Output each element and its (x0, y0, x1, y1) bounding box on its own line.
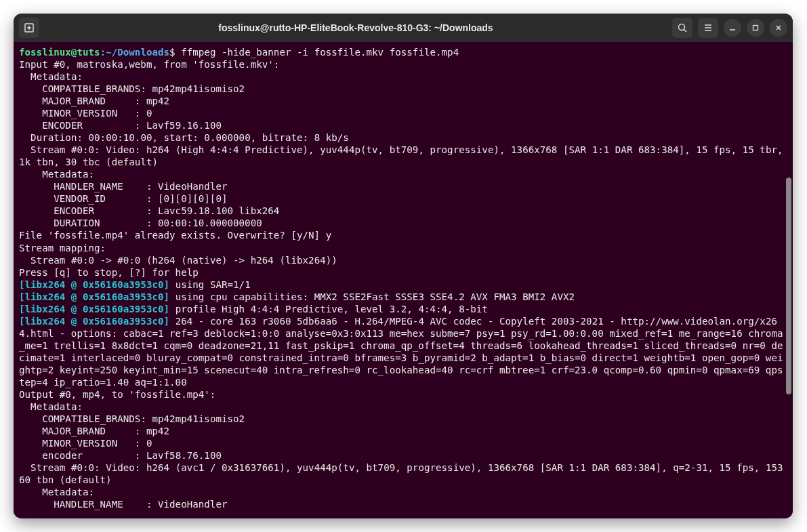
close-button[interactable] (770, 19, 787, 37)
search-icon (677, 22, 688, 33)
output-line: MAJOR_BRAND : mp42 (19, 96, 169, 106)
window-title: fosslinux@rutto-HP-EliteBook-Revolve-810… (39, 22, 672, 33)
command-text: ffmpeg -hide_banner -i fossfile.mkv foss… (181, 47, 459, 58)
titlebar: fosslinux@rutto-HP-EliteBook-Revolve-810… (14, 14, 793, 42)
output-line: Metadata: (19, 487, 94, 497)
output-line: Input #0, matroska,webm, from 'fossfile.… (19, 59, 279, 70)
output-line: COMPATIBLE_BRANDS: mp42mp41isomiso2 (19, 83, 245, 94)
svg-rect-9 (753, 26, 758, 30)
output-line: Metadata: (19, 401, 83, 412)
prompt-path: ~/Downloads (106, 47, 169, 58)
output-line: Duration: 00:00:10.00, start: 0.000000, … (19, 132, 349, 143)
scrollbar-thumb[interactable] (786, 178, 791, 394)
output-line: COMPATIBLE_BRANDS: mp42mp41isomiso2 (19, 413, 245, 424)
output-line: Output #0, mp4, to 'fossfile.mp4': (19, 389, 215, 400)
maximize-icon (751, 24, 760, 32)
output-line: File 'fossfile.mp4' already exists. Over… (19, 230, 331, 241)
svg-line-4 (684, 30, 687, 33)
output-line: encoder : Lavf58.76.100 (19, 450, 222, 461)
output-line: Metadata: (19, 71, 83, 82)
minimize-button[interactable] (724, 19, 741, 37)
output-line: DURATION : 00:00:10.000000000 (19, 218, 262, 228)
output-line: Stream #0:0: Video: h264 (avc1 / 0x31637… (19, 462, 783, 485)
libx264-tag: [libx264 @ 0x56160a3953c0] (19, 291, 169, 302)
output-line: HANDLER_NAME : VideoHandler (19, 499, 228, 510)
output-line: MINOR_VERSION : 0 (19, 108, 152, 119)
output-line: Press [q] to stop, [?] for help (19, 267, 199, 278)
output-line: profile High 4:4:4 Predictive, level 3.2… (169, 304, 488, 314)
terminal-window: fosslinux@rutto-HP-EliteBook-Revolve-810… (14, 14, 793, 518)
output-line: MAJOR_BRAND : mp42 (19, 426, 169, 436)
output-line: MINOR_VERSION : 0 (19, 438, 152, 449)
menu-button[interactable] (698, 18, 718, 38)
output-line: Stream mapping: (19, 243, 106, 253)
libx264-tag: [libx264 @ 0x56160a3953c0] (19, 279, 169, 290)
output-line: using cpu capabilities: MMX2 SSE2Fast SS… (169, 291, 575, 302)
output-line: VENDOR_ID : [0][0][0][0] (19, 193, 228, 204)
output-line: ENCODER : Lavf59.16.100 (19, 120, 222, 131)
output-line: HANDLER_NAME : VideoHandler (19, 181, 228, 192)
new-tab-button[interactable] (19, 18, 39, 38)
output-line: Metadata: (19, 169, 94, 180)
close-icon (774, 24, 783, 32)
output-line: ENCODER : Lavc59.18.100 libx264 (19, 205, 279, 216)
prompt-userhost: fosslinux@tuts (19, 47, 100, 58)
output-line: using SAR=1/1 (169, 279, 251, 290)
output-line: Stream #0:0 -> #0:0 (h264 (native) -> h2… (19, 255, 337, 266)
terminal-output[interactable]: fosslinux@tuts:~/Downloads$ ffmpeg -hide… (14, 42, 793, 518)
new-tab-icon (24, 22, 35, 33)
maximize-button[interactable] (747, 19, 764, 37)
prompt-dollar: $ (169, 47, 175, 58)
minimize-icon (728, 24, 737, 32)
libx264-tag: [libx264 @ 0x56160a3953c0] (19, 316, 169, 327)
search-button[interactable] (672, 18, 692, 38)
svg-point-3 (679, 24, 685, 30)
libx264-tag: [libx264 @ 0x56160a3953c0] (19, 304, 169, 314)
prompt-colon: : (100, 47, 106, 58)
hamburger-icon (703, 22, 713, 33)
output-line: Stream #0:0: Video: h264 (High 4:4:4 Pre… (19, 144, 789, 167)
